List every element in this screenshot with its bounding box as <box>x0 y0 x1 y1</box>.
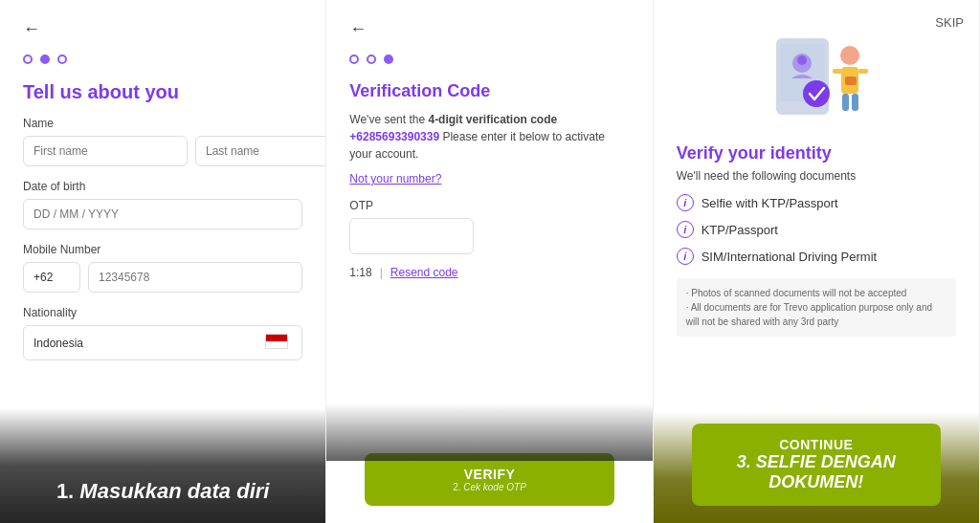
step-dots-1 <box>23 54 302 64</box>
phone-row: +62 <box>23 262 302 293</box>
identity-title: Verify your identity <box>677 143 956 163</box>
disclaimer-line-1: · Photos of scanned documents will not b… <box>686 288 907 298</box>
nationality-value: Indonesia <box>33 337 83 350</box>
identity-illustration <box>749 29 883 134</box>
info-icon-ktp: i <box>677 221 694 238</box>
verify-button[interactable]: VERIFY 2. Cek kode OTP <box>365 453 613 506</box>
panel-2: ← Verification Code We've sent the 4-dig… <box>326 0 653 523</box>
svg-point-5 <box>840 46 859 65</box>
svg-rect-9 <box>842 94 849 111</box>
step3-text: Selfie dengan dokumen! <box>756 452 896 491</box>
page-title: Tell us about you <box>23 81 302 103</box>
svg-rect-11 <box>845 76 857 85</box>
not-your-number-link[interactable]: Not your number? <box>349 172 629 185</box>
dob-input[interactable] <box>23 199 302 229</box>
svg-point-4 <box>803 80 830 107</box>
panel3-bottom: CONTINUE 3. Selfie dengan dokumen! <box>654 412 979 523</box>
dot-2 <box>40 54 50 64</box>
dob-field-group: Date of birth <box>23 180 302 229</box>
mobile-label: Mobile Number <box>23 243 302 256</box>
dot-2-1 <box>349 54 359 64</box>
svg-rect-10 <box>852 94 858 111</box>
mobile-field-group: Mobile Number +62 <box>23 243 302 293</box>
doc-selfie-label: Selfie with KTP/Passport <box>702 196 838 210</box>
step-sublabel: 2. Cek kode OTP <box>388 482 590 492</box>
dot-2-3 <box>384 54 393 64</box>
panel1-overlay: 1. Masukkan data diri <box>0 408 325 523</box>
info-icon-sim: i <box>677 248 694 265</box>
panel-1: ← Tell us about you Name Date of birth M… <box>0 0 326 523</box>
desc-plain: We've sent the <box>349 113 425 126</box>
pipe-divider: | <box>380 266 383 279</box>
first-name-input[interactable] <box>23 136 188 166</box>
panel2-bottom: VERIFY 2. Cek kode OTP <box>326 442 652 523</box>
disclaimer-box: · Photos of scanned documents will not b… <box>677 278 956 337</box>
dot-1 <box>23 54 33 64</box>
continue-label: CONTINUE <box>779 437 853 452</box>
last-name-input[interactable] <box>195 136 325 166</box>
name-input-row <box>23 136 302 166</box>
nationality-label: Nationality <box>23 306 302 319</box>
step-label-1: 1. Masukkan data diri <box>56 479 270 504</box>
continue-button[interactable]: CONTINUE 3. Selfie dengan dokumen! <box>692 424 941 506</box>
info-icon-selfie: i <box>677 194 694 211</box>
phone-number-input[interactable] <box>88 262 302 293</box>
flag-indonesia <box>265 334 292 352</box>
identity-desc: We'll need the following documents <box>677 169 956 183</box>
svg-rect-8 <box>858 69 868 74</box>
panel-3: SKIP <box>654 0 980 523</box>
otp-label: OTP <box>349 199 629 212</box>
nationality-field-group: Nationality Indonesia <box>23 306 302 360</box>
back-button-2[interactable]: ← <box>349 19 367 39</box>
name-field-group: Name <box>23 117 302 166</box>
resend-code-link[interactable]: Resend code <box>390 266 458 279</box>
illustration <box>677 29 956 134</box>
name-label: Name <box>23 117 302 130</box>
skip-button[interactable]: SKIP <box>935 15 964 30</box>
dot-3 <box>57 54 67 64</box>
verification-desc: We've sent the 4-digit verification code… <box>349 111 629 163</box>
doc-ktp-label: KTP/Passport <box>702 223 778 237</box>
doc-item-sim: i SIM/International Driving Permit <box>677 248 956 265</box>
doc-item-ktp: i KTP/Passport <box>677 221 956 238</box>
disclaimer-line-2: · All documents are for Trevo applicatio… <box>686 302 932 327</box>
dob-label: Date of birth <box>23 180 302 193</box>
doc-sim-label: SIM/International Driving Permit <box>702 250 878 264</box>
timer-row: 1:18 | Resend code <box>349 266 629 279</box>
desc-bold: 4-digit verification code <box>428 113 557 126</box>
verify-label: VERIFY <box>464 467 516 482</box>
step-dots-2 <box>349 54 629 64</box>
phone-number-display: +6285693390339 <box>349 130 439 143</box>
back-button[interactable]: ← <box>23 19 40 39</box>
document-list: i Selfie with KTP/Passport i KTP/Passpor… <box>677 194 956 265</box>
svg-point-3 <box>797 55 807 65</box>
svg-rect-7 <box>833 69 842 74</box>
timer-display: 1:18 <box>349 266 371 279</box>
verification-title: Verification Code <box>349 81 629 101</box>
step3-number: 3. <box>737 452 751 471</box>
doc-item-selfie: i Selfie with KTP/Passport <box>677 194 956 211</box>
dot-2-2 <box>367 54 376 64</box>
otp-input[interactable] <box>349 218 474 254</box>
phone-prefix[interactable]: +62 <box>23 262 80 293</box>
nationality-selector[interactable]: Indonesia <box>23 325 302 360</box>
